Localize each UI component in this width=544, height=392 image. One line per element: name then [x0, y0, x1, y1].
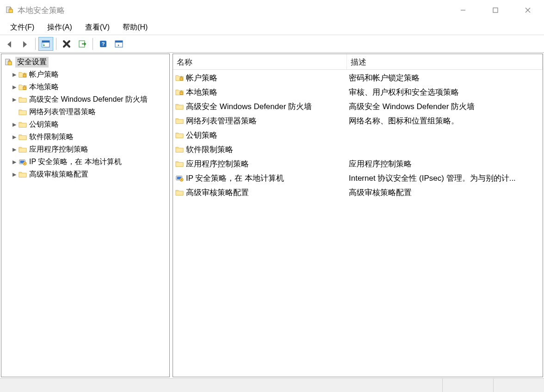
ipsec-icon	[175, 174, 184, 183]
menubar: 文件(F) 操作(A) 查看(V) 帮助(H)	[0, 20, 544, 35]
minimize-icon	[460, 7, 466, 13]
arrow-right-icon	[20, 39, 30, 49]
close-icon	[525, 7, 531, 13]
folder-icon	[18, 133, 27, 141]
status-cell-3	[493, 379, 544, 392]
tree-item-label: IP 安全策略，在 本地计算机	[29, 157, 122, 167]
toolbar-show-list[interactable]	[111, 37, 126, 51]
toolbar-show-tree[interactable]	[38, 37, 53, 51]
tree-item[interactable]: ▶IP 安全策略，在 本地计算机	[2, 156, 168, 168]
column-name[interactable]: 名称	[173, 54, 347, 69]
list-row[interactable]: 高级审核策略配置高级审核策略配置	[173, 185, 543, 200]
tree-item[interactable]: ▶软件限制策略	[2, 131, 168, 143]
row-name: 高级安全 Windows Defender 防火墙	[186, 101, 312, 112]
toolbar-back[interactable]	[2, 37, 17, 51]
tree-item[interactable]: ▶公钥策略	[2, 118, 168, 131]
row-desc: 应用程序控制策略	[347, 159, 543, 169]
row-desc: 网络名称、图标和位置组策略。	[347, 116, 543, 126]
list-row[interactable]: 公钥策略	[173, 128, 543, 142]
tree-item-label: 应用程序控制策略	[29, 145, 88, 154]
chevron-right-icon: ▶	[11, 72, 18, 78]
window-title: 本地安全策略	[18, 5, 65, 16]
folder-icon	[18, 108, 27, 116]
folder-icon	[18, 96, 27, 104]
menu-file[interactable]: 文件(F)	[4, 21, 41, 34]
folder-icon	[175, 117, 184, 125]
row-name: IP 安全策略，在 本地计算机	[186, 173, 284, 184]
folder-icon	[175, 189, 184, 197]
app-icon	[6, 6, 14, 14]
close-button[interactable]	[512, 0, 544, 20]
export-icon	[78, 39, 87, 49]
row-desc: 密码和帐户锁定策略	[347, 73, 543, 83]
tree-item-label: 本地策略	[29, 82, 59, 92]
row-desc: Internet 协议安全性 (IPsec) 管理。为与别的计...	[347, 173, 543, 184]
list-row[interactable]: IP 安全策略，在 本地计算机Internet 协议安全性 (IPsec) 管理…	[173, 171, 543, 185]
tree-item[interactable]: ▶高级审核策略配置	[2, 168, 168, 181]
chevron-right-icon: ▶	[11, 147, 18, 153]
status-main	[0, 379, 442, 392]
tree-pane[interactable]: 安全设置 ▶帐户策略▶本地策略▶高级安全 Windows Defender 防火…	[1, 54, 170, 377]
chevron-right-icon: ▶	[11, 122, 18, 128]
row-desc: 高级安全 Windows Defender 防火墙	[347, 101, 543, 112]
folder-icon	[18, 171, 27, 179]
chevron-right-icon: ▶	[11, 159, 18, 165]
tree-item[interactable]: ▶帐户策略	[2, 68, 168, 81]
list-row[interactable]: 本地策略审核、用户权利和安全选项策略	[173, 85, 543, 99]
tree-item[interactable]: 网络列表管理器策略	[2, 106, 168, 118]
row-desc: 审核、用户权利和安全选项策略	[347, 87, 543, 98]
menu-help[interactable]: 帮助(H)	[116, 21, 154, 34]
tree-item-label: 高级审核策略配置	[29, 170, 88, 179]
folder-locked-icon	[18, 83, 27, 92]
row-name: 帐户策略	[186, 73, 217, 83]
arrow-left-icon	[5, 39, 14, 49]
folder-locked-icon	[175, 74, 184, 82]
chevron-right-icon: ▶	[11, 84, 18, 90]
folder-icon	[175, 160, 184, 168]
list-header: 名称 描述	[173, 54, 543, 70]
status-cell-2	[442, 379, 493, 392]
show-list-icon	[114, 39, 124, 49]
tree-item[interactable]: ▶应用程序控制策略	[2, 143, 168, 156]
main-area: 安全设置 ▶帐户策略▶本地策略▶高级安全 Windows Defender 防火…	[0, 53, 544, 378]
folder-icon	[175, 103, 184, 111]
maximize-button[interactable]	[479, 0, 512, 20]
toolbar-separator	[56, 38, 56, 50]
tree-item[interactable]: ▶本地策略	[2, 81, 168, 93]
tree-root-label: 安全设置	[15, 57, 49, 67]
tree-item-label: 高级安全 Windows Defender 防火墙	[29, 95, 148, 104]
help-icon	[99, 39, 108, 49]
row-name: 软件限制策略	[186, 144, 233, 155]
tree-item-label: 帐户策略	[29, 70, 59, 80]
row-name: 本地策略	[186, 87, 217, 98]
folder-icon	[175, 146, 184, 154]
list-pane[interactable]: 名称 描述 帐户策略密码和帐户锁定策略本地策略审核、用户权利和安全选项策略高级安…	[173, 54, 543, 377]
tree-root-node[interactable]: 安全设置	[2, 56, 168, 68]
column-desc[interactable]: 描述	[347, 54, 543, 69]
toolbar-export[interactable]	[75, 37, 90, 51]
toolbar-separator	[93, 38, 93, 50]
svg-rect-15	[493, 8, 498, 12]
menu-view[interactable]: 查看(V)	[79, 21, 116, 34]
menu-action[interactable]: 操作(A)	[41, 21, 78, 34]
row-name: 公钥策略	[186, 130, 217, 141]
toolbar-forward[interactable]	[18, 37, 32, 51]
tree-item[interactable]: ▶高级安全 Windows Defender 防火墙	[2, 93, 168, 106]
list-row[interactable]: 帐户策略密码和帐户锁定策略	[173, 71, 543, 85]
ipsec-icon	[18, 158, 27, 166]
folder-icon	[18, 146, 27, 154]
security-root-icon	[4, 58, 13, 67]
toolbar-delete[interactable]	[59, 37, 74, 51]
list-row[interactable]: 网络列表管理器策略网络名称、图标和位置组策略。	[173, 114, 543, 128]
chevron-right-icon: ▶	[11, 97, 18, 103]
toolbar-help[interactable]	[96, 37, 111, 51]
chevron-right-icon: ▶	[11, 172, 18, 178]
tree-item-label: 软件限制策略	[29, 132, 74, 142]
tree-item-label: 网络列表管理器策略	[29, 107, 96, 117]
list-row[interactable]: 软件限制策略	[173, 142, 543, 157]
list-row[interactable]: 应用程序控制策略应用程序控制策略	[173, 157, 543, 171]
folder-locked-icon	[18, 71, 27, 79]
minimize-button[interactable]	[447, 0, 479, 20]
list-row[interactable]: 高级安全 Windows Defender 防火墙高级安全 Windows De…	[173, 99, 543, 114]
row-name: 网络列表管理器策略	[186, 116, 257, 126]
